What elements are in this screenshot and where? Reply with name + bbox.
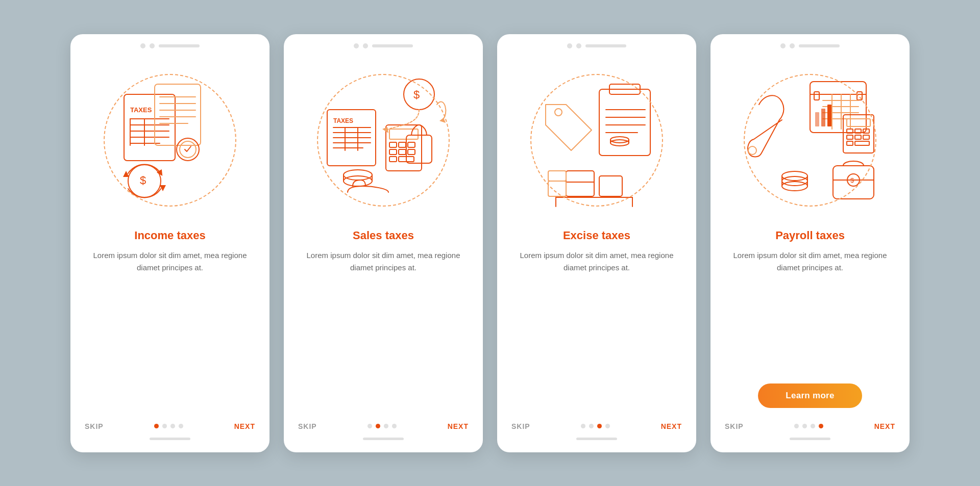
status-dot-2	[150, 43, 155, 48]
card-desc-sales: Lorem ipsum dolor sit dim amet, mea regi…	[284, 249, 483, 413]
nav-dots-payroll	[794, 424, 823, 428]
nav-dot-1	[794, 424, 799, 428]
top-bar-line	[159, 44, 200, 47]
top-bar-line-4	[799, 44, 840, 47]
nav-dot-3	[811, 424, 815, 428]
card-title-excise: Excise taxes	[551, 229, 643, 242]
nav-skip-payroll[interactable]: SKIP	[725, 422, 744, 430]
nav-dot-1	[581, 424, 585, 428]
top-bar	[70, 34, 270, 54]
nav-dot-4	[819, 424, 823, 428]
nav-dot-4	[179, 424, 183, 428]
card-income-taxes: TAXES	[70, 34, 270, 452]
card-payroll-taxes: $ Payroll taxes Lorem ipsum dolor sit di…	[710, 34, 910, 452]
learn-more-button[interactable]: Learn more	[758, 383, 862, 408]
nav-skip-income[interactable]: SKIP	[85, 422, 104, 430]
card-desc-payroll: Lorem ipsum dolor sit dim amet, mea regi…	[710, 249, 910, 374]
nav-dot-3	[597, 424, 602, 428]
illustration-sales: TAXES	[302, 59, 465, 222]
cards-container: TAXES	[50, 14, 930, 473]
card-nav-income: SKIP NEXT	[70, 413, 270, 430]
nav-dot-4	[605, 424, 610, 428]
status-dot-2	[576, 43, 581, 48]
nav-next-income[interactable]: NEXT	[234, 422, 255, 430]
card-excise-taxes: Excise taxes Lorem ipsum dolor sit dim a…	[497, 34, 696, 452]
card-nav-sales: SKIP NEXT	[284, 413, 483, 430]
nav-skip-excise[interactable]: SKIP	[511, 422, 530, 430]
card-desc-excise: Lorem ipsum dolor sit dim amet, mea regi…	[497, 249, 696, 413]
nav-next-sales[interactable]: NEXT	[448, 422, 469, 430]
status-dot-1	[780, 43, 786, 48]
status-dot-2	[363, 43, 368, 48]
bottom-bar-payroll	[790, 438, 830, 440]
dashed-circle	[104, 74, 236, 207]
card-sales-taxes: TAXES	[284, 34, 483, 452]
illustration-income: TAXES	[88, 59, 252, 222]
nav-next-excise[interactable]: NEXT	[661, 422, 682, 430]
nav-dots-income	[154, 424, 183, 428]
nav-dot-1	[368, 424, 372, 428]
nav-dot-2	[802, 424, 807, 428]
nav-dot-4	[392, 424, 397, 428]
top-bar-3	[497, 34, 696, 54]
card-desc-income: Lorem ipsum dolor sit dim amet, mea regi…	[70, 249, 270, 413]
nav-dot-3	[170, 424, 175, 428]
nav-skip-sales[interactable]: SKIP	[298, 422, 317, 430]
card-nav-payroll: SKIP NEXT	[710, 413, 910, 430]
illustration-excise	[515, 59, 678, 222]
top-bar-line-2	[372, 44, 413, 47]
nav-next-payroll[interactable]: NEXT	[874, 422, 895, 430]
dashed-circle-3	[530, 74, 663, 207]
top-bar-line-3	[585, 44, 626, 47]
nav-dots-sales	[368, 424, 397, 428]
bottom-bar-sales	[363, 438, 404, 440]
nav-dot-2	[376, 424, 380, 428]
bottom-bar-income	[150, 438, 190, 440]
nav-dot-3	[384, 424, 388, 428]
dashed-circle-4	[744, 74, 876, 207]
status-dot-1	[140, 43, 145, 48]
card-title-income: Income taxes	[122, 229, 217, 242]
top-bar-4	[710, 34, 910, 54]
card-title-sales: Sales taxes	[340, 229, 426, 242]
status-dot-2	[790, 43, 795, 48]
nav-dot-2	[589, 424, 594, 428]
status-dot-1	[354, 43, 359, 48]
card-title-payroll: Payroll taxes	[763, 229, 857, 242]
nav-dot-2	[162, 424, 167, 428]
dashed-circle-2	[317, 74, 450, 207]
illustration-payroll: $	[728, 59, 892, 222]
status-dot-1	[567, 43, 572, 48]
top-bar-2	[284, 34, 483, 54]
card-nav-excise: SKIP NEXT	[497, 413, 696, 430]
bottom-bar-excise	[576, 438, 617, 440]
nav-dot-1	[154, 424, 159, 428]
nav-dots-excise	[581, 424, 610, 428]
